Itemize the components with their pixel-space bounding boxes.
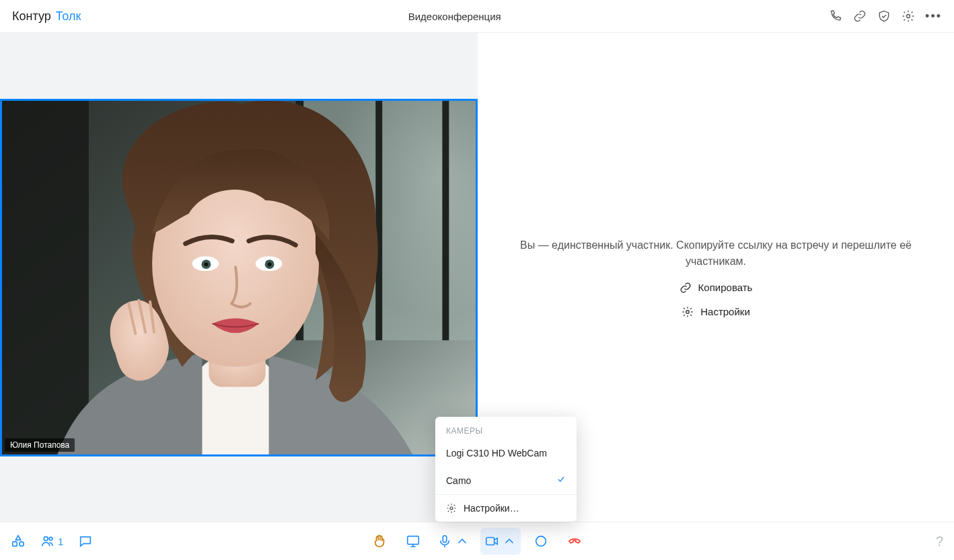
camera-settings-button[interactable]: Настройки… xyxy=(435,495,577,522)
footer-left: 1 xyxy=(11,534,93,549)
page-title: Видеоконференция xyxy=(81,11,828,22)
participant-name-chip: Юлия Потапова xyxy=(5,438,75,452)
header-actions: ••• xyxy=(828,9,942,24)
svg-point-19 xyxy=(44,536,48,541)
hand-icon xyxy=(372,534,387,549)
leave-call-button[interactable] xyxy=(561,528,588,555)
microphone-button[interactable] xyxy=(433,528,474,555)
layout-button[interactable] xyxy=(11,534,26,549)
svg-point-0 xyxy=(907,15,910,18)
circle-icon xyxy=(534,534,548,549)
header: Контур Толк Видеоконференция ••• xyxy=(0,0,954,33)
camera-option-0-label: Logi C310 HD WebCam xyxy=(446,448,547,458)
reactions-button[interactable] xyxy=(527,528,554,555)
svg-rect-22 xyxy=(443,536,447,543)
camera-icon xyxy=(484,534,499,549)
logo-brand-1: Контур xyxy=(12,9,51,24)
svg-point-24 xyxy=(536,536,546,547)
copy-link-button[interactable]: Копировать xyxy=(680,282,753,294)
open-settings-label: Настройки xyxy=(700,306,750,317)
svg-point-18 xyxy=(20,542,24,546)
open-settings-button[interactable]: Настройки xyxy=(682,306,750,318)
shapes-icon xyxy=(11,534,26,549)
self-video-tile[interactable]: Юлия Потапова xyxy=(0,99,478,456)
camera-option-1-label: Camo xyxy=(446,475,471,486)
camera-settings-label: Настройки… xyxy=(464,503,519,514)
video-column: Юлия Потапова xyxy=(0,99,478,456)
gear-icon xyxy=(446,503,457,514)
help-button[interactable]: ? xyxy=(936,534,943,549)
mic-icon xyxy=(437,534,452,549)
copy-link-label: Копировать xyxy=(698,282,753,293)
link-icon xyxy=(680,282,692,294)
svg-rect-17 xyxy=(13,542,17,546)
link-icon[interactable] xyxy=(852,9,867,24)
more-icon[interactable]: ••• xyxy=(925,9,942,24)
camera-option-0[interactable]: Logi C310 HD WebCam xyxy=(435,440,577,467)
svg-rect-23 xyxy=(486,538,494,545)
shield-check-icon[interactable] xyxy=(877,9,891,24)
camera-button[interactable] xyxy=(480,528,521,555)
share-screen-button[interactable] xyxy=(400,528,427,555)
phone-icon[interactable] xyxy=(828,9,843,24)
check-icon xyxy=(556,475,566,486)
participants-count: 1 xyxy=(58,536,63,547)
gear-icon xyxy=(682,306,694,318)
self-video-feed-icon xyxy=(2,101,476,454)
gear-icon[interactable] xyxy=(901,9,916,24)
participants-button[interactable]: 1 xyxy=(40,534,63,549)
phone-hangup-icon xyxy=(567,534,582,549)
svg-rect-6 xyxy=(2,101,89,454)
camera-option-1[interactable]: Camo xyxy=(435,467,577,494)
logo-brand-2: Толк xyxy=(56,9,81,24)
people-icon xyxy=(40,534,55,549)
svg-rect-5 xyxy=(442,101,449,340)
lonely-participant-message: Вы — единственный участник. Скопируйте с… xyxy=(505,237,927,270)
svg-point-20 xyxy=(49,537,52,541)
main-stage: Юлия Потапова Вы — единственный участник… xyxy=(0,33,954,522)
chevron-up-icon xyxy=(455,534,470,549)
svg-point-13 xyxy=(204,262,208,266)
svg-point-16 xyxy=(450,507,453,510)
logo: Контур Толк xyxy=(12,9,81,24)
svg-rect-21 xyxy=(408,536,419,545)
footer-center xyxy=(366,528,588,555)
footer-right: ? xyxy=(936,534,943,549)
chat-button[interactable] xyxy=(78,534,93,549)
camera-selection-popup: КАМЕРЫ Logi C310 HD WebCam Camo Настройк… xyxy=(435,417,577,522)
screen-icon xyxy=(406,534,420,549)
svg-rect-4 xyxy=(375,101,382,340)
chat-icon xyxy=(78,534,93,549)
raise-hand-button[interactable] xyxy=(366,528,393,555)
svg-point-15 xyxy=(686,310,690,313)
footer: 1 ? xyxy=(0,522,954,560)
svg-point-14 xyxy=(268,262,272,266)
chevron-up-icon xyxy=(502,534,517,549)
camera-popup-title: КАМЕРЫ xyxy=(435,417,577,440)
